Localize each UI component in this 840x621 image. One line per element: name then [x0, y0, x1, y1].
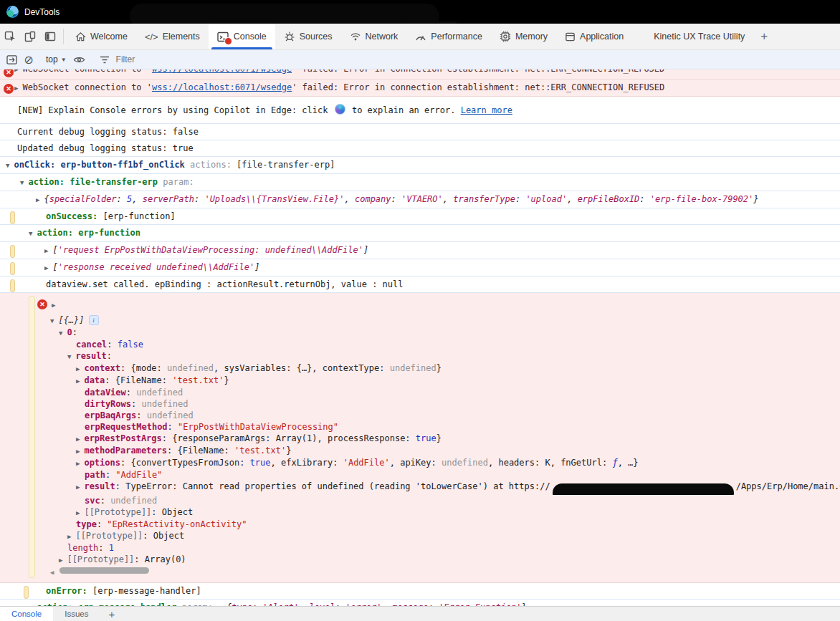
expand-toggle-icon[interactable]: ▶ [59, 557, 62, 564]
console-link[interactable]: wss://localhost:6071/wsedge [152, 82, 292, 92]
console-text: WebSocket connection to ' [22, 69, 152, 74]
console-row-content: ▼action: erp-function [29, 228, 140, 238]
expand-toggle-icon[interactable]: ▶ [76, 460, 80, 467]
devtools-tab-bar: Welcome </> Elements Console Sources Net… [0, 24, 840, 50]
gauge-icon [415, 32, 426, 42]
console-text: 0 [67, 327, 72, 337]
console-array-preview: ▶['request ErpPostWithDataViewProcessing… [0, 242, 840, 259]
more-tabs-button[interactable]: + [753, 24, 775, 49]
sidebar-open-icon [6, 55, 17, 64]
expand-toggle-icon[interactable]: ▶ [52, 302, 55, 309]
console-object-preview: ▶{specialFolder: 5, serverPath: 'Uploads… [0, 191, 840, 208]
drawer-more-tools-button[interactable]: + [100, 607, 123, 621]
console-text: , headers: K, fnGetUrl: [488, 458, 612, 468]
console-text: undefined [141, 399, 188, 409]
error-count-badge [224, 37, 232, 45]
expand-toggle-icon[interactable]: ▶ [44, 247, 48, 254]
tree-line: ▼result: [0, 350, 840, 362]
expand-toggle-icon[interactable]: ▶ [76, 435, 80, 443]
console-text: : [167, 446, 177, 456]
device-toolbar-button[interactable] [20, 24, 40, 49]
drawer-tab-console[interactable]: Console [0, 607, 53, 621]
copilot-icon[interactable] [335, 104, 345, 115]
console-text: erpBaqArgs [85, 410, 136, 420]
expand-toggle-icon[interactable]: ▶ [76, 483, 80, 491]
console-sidebar-toggle[interactable] [3, 55, 20, 64]
console-error-websocket: ✕▶WebSocket connection to 'wss://localho… [0, 80, 840, 97]
tab-elements[interactable]: </> Elements [136, 24, 209, 49]
tab-kinetic-ux-trace-utility[interactable]: Kinetic UX Trace Utility [645, 24, 753, 49]
expand-toggle-icon[interactable]: ▶ [14, 69, 18, 73]
drawer-tab-issues[interactable]: Issues [53, 607, 100, 621]
expand-toggle-icon[interactable]: ▶ [76, 377, 80, 385]
console-text: Updated debug logging status: true [17, 143, 194, 153]
tab-welcome[interactable]: Welcome [67, 24, 136, 49]
horizontal-scrollbar-thumb[interactable] [59, 567, 149, 574]
expand-toggle-icon[interactable]: ▼ [50, 317, 54, 324]
tab-label: Kinetic UX Trace Utility [654, 32, 745, 42]
expand-toggle-icon[interactable]: ▼ [20, 179, 24, 186]
filter-input[interactable] [115, 54, 333, 65]
tab-memory[interactable]: Memory [491, 24, 556, 49]
console-text: } [753, 194, 758, 204]
console-messages: ✕▶WebSocket connection to 'wss://localho… [0, 69, 840, 617]
console-text: svc [85, 496, 100, 506]
expand-toggle-icon[interactable]: ▶ [76, 365, 80, 372]
error-icon: ✕ [4, 84, 14, 94]
console-text: [file-transfer-erp] [237, 160, 335, 170]
tab-sources[interactable]: Sources [275, 24, 341, 49]
tab-console[interactable]: Console [209, 24, 275, 49]
clear-console-button[interactable]: ⊘ [20, 53, 37, 67]
scroll-left-icon[interactable]: ◀ [50, 569, 54, 576]
console-text: WebSocket connection to ' [22, 82, 152, 92]
console-text: : [107, 351, 112, 361]
focus-mode-button[interactable] [40, 24, 60, 49]
expand-toggle-icon[interactable]: ▼ [6, 162, 9, 169]
expand-toggle-icon[interactable]: ▶ [44, 264, 48, 271]
console-text: [ [52, 245, 57, 255]
home-icon [75, 32, 86, 42]
console-error-expanded: ✕▶▼[{…}]i▼0:cancel: false▼result:▶contex… [0, 293, 840, 583]
console-text: , [567, 194, 577, 204]
console-text: 1 [109, 543, 114, 553]
console-text: true [416, 433, 436, 443]
console-group-onclick: ▼onClick: erp-button-ff1bf_onClick actio… [0, 157, 840, 174]
expand-toggle-icon[interactable]: ▶ [76, 448, 80, 455]
code-brackets-icon: </> [145, 32, 158, 42]
console-text: : [162, 433, 172, 443]
console-text: undefined [442, 458, 488, 468]
expand-toggle-icon[interactable]: ▼ [59, 329, 62, 337]
expand-toggle-icon[interactable]: ▶ [67, 533, 71, 540]
expand-toggle-icon[interactable]: ▶ [76, 509, 80, 516]
console-text: [ [52, 262, 57, 272]
expand-toggle-icon[interactable]: ▼ [29, 230, 32, 237]
console-link[interactable]: wss://localhost:6071/wsedge [152, 69, 292, 74]
expand-toggle-icon[interactable]: ▶ [14, 85, 18, 92]
console-text: : [105, 375, 115, 385]
live-expression-button[interactable] [71, 55, 88, 64]
console-text: : [134, 554, 144, 564]
console-text: "EpRestActivity-onActivity" [107, 519, 247, 529]
console-text: : [117, 194, 127, 204]
tree-line: ▼0: [0, 327, 840, 339]
expand-toggle-icon[interactable]: ▼ [67, 353, 71, 360]
console-error-clipped: ✕▶WebSocket connection to 'wss://localho… [0, 69, 840, 80]
tab-application[interactable]: Application [556, 24, 632, 49]
console-text: serverPath [143, 194, 194, 204]
expand-toggle-icon[interactable]: ▶ [36, 196, 39, 203]
redaction-overlay [553, 483, 734, 495]
console-text: {responseParamArgs: Array(1), processRes… [172, 433, 416, 443]
console-link[interactable]: Learn more [461, 105, 512, 115]
filter-container [100, 54, 333, 65]
tree-line: ▶[[Prototype]]: Array(0) [0, 554, 840, 566]
tree-line: svc: undefined [0, 495, 840, 506]
clear-icon: ⊘ [24, 53, 33, 67]
tab-network[interactable]: Network [341, 24, 407, 49]
inspect-element-button[interactable] [0, 24, 20, 49]
tab-performance[interactable]: Performance [406, 24, 491, 49]
tree-line: ▶erpRestPostArgs: {responseParamArgs: Ar… [0, 433, 840, 445]
tree-line: erpBaqArgs: undefined [0, 410, 840, 421]
console-text: "ErpPostWithDataViewProcessing" [178, 422, 338, 432]
javascript-context-dropdown[interactable]: top ▼ [42, 53, 71, 66]
tree-line: dataView: undefined [0, 387, 840, 398]
